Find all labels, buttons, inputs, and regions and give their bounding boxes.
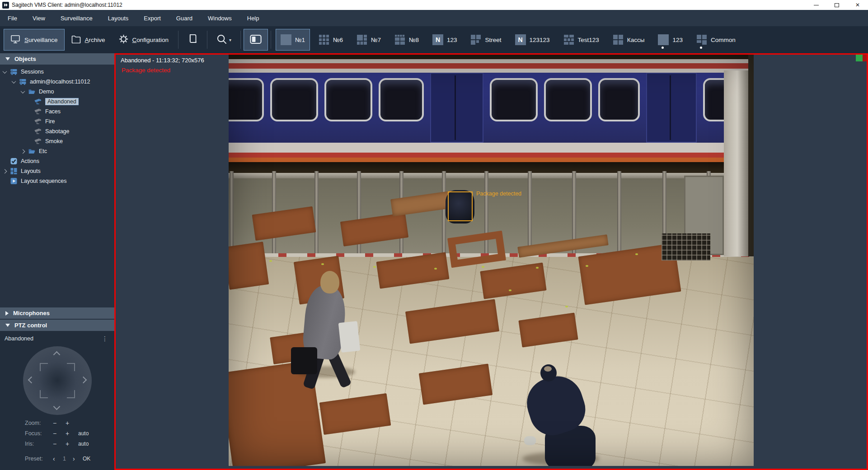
tree-item-demo-folder[interactable]: Demo [0,87,114,97]
search-icon [216,34,227,46]
notification-dot [700,47,702,49]
joystick-down-icon[interactable] [53,403,60,410]
menu-windows[interactable]: Windows [200,11,239,26]
layout-button-n6[interactable]: №6 [314,29,348,51]
focus-minus-button[interactable]: − [53,430,66,437]
joystick-up-icon[interactable] [53,351,60,358]
train-red-stripe [229,153,754,158]
expander-collapsed-icon[interactable] [3,169,7,173]
layout-button-test123[interactable]: Test123 [558,29,604,51]
video-tile-abandoned[interactable]: Package detected Abandoned - 11:13:32; 7… [114,53,868,470]
train-body [229,73,754,143]
kebab-menu-icon[interactable]: ⋮ [100,335,110,342]
layout-button-123[interactable]: N 123 [427,29,462,51]
menu-export[interactable]: Export [136,11,169,26]
layout-button-common[interactable]: Common [691,29,741,51]
layout-grid9-icon [319,34,329,45]
layout-button-kassy[interactable]: Кассы [608,29,650,51]
joystick-left-icon[interactable] [28,377,35,384]
surveillance-mode-button[interactable]: Surveillance [4,29,65,51]
minimize-button[interactable] [806,0,826,10]
expander-expanded-icon[interactable] [12,79,16,84]
focus-plus-button[interactable]: + [66,430,78,437]
preset-ok-button[interactable]: OK [83,456,98,462]
layouts-grid-icon [10,168,18,175]
play-icon [10,177,18,185]
tree-item-layouts[interactable]: Layouts [0,166,114,176]
tree-item-etc-folder[interactable]: Etc [0,146,114,156]
menu-guard[interactable]: Guard [169,11,200,26]
layout-button-street[interactable]: Street [465,29,506,51]
layout-button-123123[interactable]: N 123123 [510,29,555,51]
app-logo-icon [2,2,9,9]
layout-button-n1[interactable]: №1 [276,29,310,51]
chevron-down-icon[interactable]: ▾ [229,37,231,42]
tree-item-camera-faces[interactable]: Faces [0,107,114,116]
maximize-icon [835,3,839,7]
menu-bar: File View Surveillance Layouts Export Gu… [0,10,868,26]
layout-button-n8[interactable]: №8 [389,29,424,51]
floor-grate [662,233,710,261]
objects-header[interactable]: Objects [0,53,114,65]
layout-grid4-icon [613,34,624,45]
layout-letter-icon: N [432,34,443,45]
tree-item-layout-sequences[interactable]: Layout sequences [0,176,114,186]
search-button[interactable]: ▾ [210,29,238,51]
sidebar-spacer [0,186,114,307]
server-icon [10,68,18,75]
preset-next-button[interactable]: › [73,455,83,462]
maximize-button[interactable] [826,0,847,10]
zoom-plus-button[interactable]: + [66,419,78,427]
layout-button-123b[interactable]: 123 [653,29,688,51]
ptz-panel: Abandoned ⋮ Zoom: − + Focus: − + [0,331,114,470]
layout-single-icon [281,34,291,45]
ptz-zoom-row: Zoom: − + [25,418,98,428]
monitor-icon [10,35,20,45]
iris-label: Iris: [25,441,53,447]
menu-file[interactable]: File [0,11,25,26]
minimize-icon [814,5,819,5]
status-red-indicator [863,55,867,61]
tree-item-admin-session[interactable]: admin@localhost:11012 [0,77,114,87]
platform-edge [229,162,754,174]
expander-expanded-icon[interactable] [3,69,7,74]
ptz-joystick[interactable] [23,346,92,415]
close-button[interactable]: ✕ [847,0,868,10]
tree-item-camera-smoke[interactable]: Smoke [0,136,114,146]
camera-icon [34,138,42,145]
app-window: { "window": { "title": "Sagitech VMS Cli… [0,0,868,470]
tree-item-sessions[interactable]: Sessions [0,67,114,77]
folder-open-icon [28,88,36,95]
iris-auto-button[interactable]: auto [78,441,98,447]
expander-collapsed-icon[interactable] [21,149,25,154]
expander-expanded-icon[interactable] [21,89,25,93]
iris-plus-button[interactable]: + [66,440,78,447]
bookmarks-button[interactable] [181,29,204,51]
layout-button-n7[interactable]: №7 [352,29,386,51]
archive-mode-button[interactable]: Archive [65,29,112,51]
tree-item-camera-fire[interactable]: Fire [0,116,114,126]
zoom-minus-button[interactable]: − [53,419,66,427]
toolbar-separator [207,31,207,49]
joystick-right-icon[interactable] [80,377,87,384]
ptz-control-header[interactable]: PTZ control [0,320,114,331]
joystick-corner-icon [67,363,75,371]
folder-open-icon [28,148,36,155]
iris-minus-button[interactable]: − [53,440,66,447]
tree-item-camera-abandoned[interactable]: Abandoned [0,97,114,107]
focus-auto-button[interactable]: auto [78,430,98,437]
menu-layouts[interactable]: Layouts [100,11,136,26]
preset-label: Preset: [25,456,53,462]
menu-help[interactable]: Help [239,11,267,26]
detection-box [448,191,473,221]
preset-prev-button[interactable]: ‹ [53,455,63,462]
menu-view[interactable]: View [25,11,53,26]
tree-item-camera-sabotage[interactable]: Sabotage [0,126,114,136]
configuration-mode-button[interactable]: Configuration [112,29,175,51]
menu-surveillance[interactable]: Surveillance [53,11,100,26]
panel-toggle-button[interactable] [244,29,268,51]
microphones-header[interactable]: Microphones [0,307,114,319]
fence-top-rail [229,173,754,178]
tree-item-actions[interactable]: Actions [0,156,114,166]
focus-label: Focus: [25,430,53,437]
